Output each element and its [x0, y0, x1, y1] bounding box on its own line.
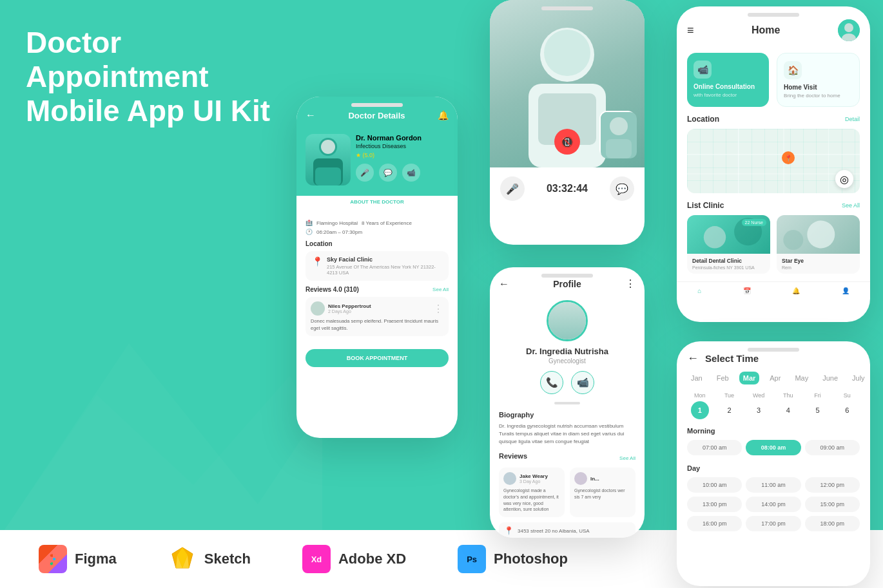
p5-month-may[interactable]: May — [791, 372, 812, 384]
svg-point-12 — [544, 30, 590, 76]
p2-video-area: 📵 — [490, 0, 645, 167]
svg-point-26 — [704, 226, 726, 248]
p5-time-1700[interactable]: 17:00 pm — [746, 516, 801, 531]
phone3-profile: ← Profile ⋮ Dr. Ingredia Nutrisha Gyneco… — [490, 267, 645, 538]
p3-review-items: Jake Weary 3 Day Ago Gynecologist made a… — [499, 468, 636, 517]
p5-day-title: Day — [677, 462, 870, 477]
p5-day-sat[interactable]: Su 6 — [834, 392, 860, 419]
p3-divider — [554, 402, 580, 404]
xd-icon: Xd — [302, 545, 331, 573]
p2-end-call-btn[interactable]: 📵 — [554, 129, 580, 155]
p2-bottom-controls: 🎤 03:32:44 💬 — [490, 167, 645, 210]
p3-reviews-header: Reviews See All — [499, 452, 636, 464]
p2-call-timer: 03:32:44 — [547, 183, 588, 194]
p5-time-1800[interactable]: 18:00 pm — [805, 516, 860, 531]
sketch-icon — [168, 545, 197, 573]
p5-month-jan[interactable]: Jan — [687, 372, 706, 384]
p2-mute-btn[interactable]: 🎤 — [500, 176, 525, 201]
p3-rev2-avatar — [574, 472, 587, 485]
p3-dots-icon[interactable]: ⋮ — [625, 278, 636, 290]
p5-morning-times: 07:00 am 08:00 am 09:00 am — [677, 440, 870, 462]
p2-chat-btn[interactable]: 💬 — [610, 176, 634, 201]
p1-review-dots[interactable]: ⋮ — [433, 303, 443, 315]
p3-rev1-avatar — [503, 472, 516, 485]
p5-morning-title: Morning — [677, 427, 870, 435]
p1-back-icon[interactable]: ← — [306, 109, 316, 121]
p5-month-feb[interactable]: Feb — [713, 372, 733, 384]
p1-header: ← Doctor Details 🔔 — [296, 97, 458, 129]
svg-point-28 — [807, 221, 835, 249]
p5-time-800[interactable]: 08:00 am — [746, 440, 801, 455]
p4-online-consult-card[interactable]: 📹 Online Consultation with favorite doct… — [687, 53, 769, 107]
figma-label: Figma — [75, 551, 117, 567]
p1-book-btn[interactable]: BOOK APPOINTMENT — [306, 349, 449, 367]
p4-clinic-card-2[interactable]: Star Eye Rem — [777, 215, 860, 274]
adobexd-tool: Xd Adobe XD — [302, 545, 406, 573]
p5-days: Mon 1 Tue 2 Wed 3 Thu 4 Fri 5 Su 6 — [677, 392, 870, 427]
p3-body: Biography Dr. Ingredia gynecologist nutr… — [490, 411, 645, 538]
p5-day-thu[interactable]: Thu 4 — [775, 392, 801, 419]
p5-month-apr[interactable]: Apr — [766, 372, 784, 384]
svg-point-19 — [844, 23, 853, 32]
title-area: Doctor Appointment Mobile App UI Kit — [26, 26, 296, 128]
p2-small-video — [599, 111, 636, 157]
p3-phone-btn[interactable]: 📞 — [540, 371, 563, 394]
phone5-select-time: ← Select Time Jan Feb Mar Apr May June J… — [677, 341, 870, 586]
p1-chat-btn[interactable]: 💬 — [379, 164, 397, 182]
p4-nav-calendar[interactable]: 📅 — [743, 287, 751, 294]
p5-time-1400[interactable]: 14:00 pm — [746, 497, 801, 512]
p5-day-mon[interactable]: Mon 1 — [687, 392, 713, 419]
p3-header: ← Profile ⋮ — [490, 267, 645, 296]
svg-point-16 — [610, 117, 628, 135]
p4-nav-bell[interactable]: 🔔 — [792, 287, 800, 294]
p4-nav-profile[interactable]: 👤 — [842, 287, 849, 294]
p5-time-1600[interactable]: 16:00 pm — [687, 516, 742, 531]
p4-location-header: Location Detail — [677, 115, 870, 129]
p5-day-fri[interactable]: Fri 5 — [805, 392, 831, 419]
p4-nav-home[interactable]: ⌂ — [697, 287, 701, 294]
p5-time-1000[interactable]: 10:00 am — [687, 477, 742, 493]
p5-time-1500[interactable]: 15:00 pm — [805, 497, 860, 512]
p1-bell-icon[interactable]: 🔔 — [438, 110, 449, 120]
p5-header: ← Select Time — [677, 341, 870, 372]
p5-time-1100[interactable]: 11:00 am — [746, 477, 801, 493]
p3-video-btn[interactable]: 📹 — [571, 371, 594, 394]
p5-month-june[interactable]: June — [819, 372, 842, 384]
p1-video-btn[interactable]: 📹 — [402, 164, 420, 182]
p5-time-1200[interactable]: 12:00 pm — [805, 477, 860, 493]
p5-time-1300[interactable]: 13:00 pm — [687, 497, 742, 512]
p5-day-wed[interactable]: Wed 3 — [746, 392, 771, 419]
p4-clinic2-image — [777, 215, 860, 254]
p1-about-btn[interactable]: ABOUT THE DOCTOR — [306, 196, 449, 208]
photoshop-tool: Ps Photoshop — [458, 545, 568, 573]
p4-home-icon: 🏠 — [784, 61, 802, 79]
p3-profile-section: Dr. Ingredia Nutrisha Gynecologist 📞 📹 — [490, 296, 645, 402]
p5-month-mar[interactable]: Mar — [739, 372, 760, 384]
sketch-tool: Sketch — [168, 545, 251, 573]
p4-user-avatar[interactable] — [838, 19, 860, 41]
p5-day-tue[interactable]: Tue 2 — [717, 392, 742, 419]
p4-map[interactable]: 📍 ◎ — [687, 129, 860, 193]
p5-months: Jan Feb Mar Apr May June July Aug — [677, 372, 870, 392]
p1-doctor-banner: Dr. Norman Gordon Infectious Diseases ★ … — [296, 129, 458, 196]
phone1-doctor-details: ← Doctor Details 🔔 Dr. Norman Gordon Inf… — [296, 97, 458, 438]
p1-location-card: 📍 Sky Facial Clinic 215 Avenue Of The Am… — [306, 251, 449, 281]
p4-header: ≡ Home — [677, 6, 870, 48]
p4-clinic-list: 22 Nurse Detail Dental Clinic Peninsula-… — [677, 215, 870, 281]
xd-label: Adobe XD — [338, 551, 406, 567]
p1-doctor-image — [306, 134, 351, 185]
p3-back-icon[interactable]: ← — [499, 278, 509, 290]
p1-doctor-info: Dr. Norman Gordon Infectious Diseases ★ … — [356, 134, 449, 182]
p4-target-btn[interactable]: ◎ — [835, 170, 853, 188]
p4-clinic-card-1[interactable]: 22 Nurse Detail Dental Clinic Peninsula-… — [687, 215, 770, 274]
svg-point-29 — [783, 230, 803, 250]
p5-time-900[interactable]: 09:00 am — [805, 440, 860, 455]
p4-menu-icon[interactable]: ≡ — [687, 24, 694, 37]
p1-hospital-row: 🏥 Flamingo Hospital 8 Years of Experienc… — [306, 220, 449, 226]
p4-home-visit-card[interactable]: 🏠 Home Visit Bring the doctor to home — [777, 53, 860, 107]
p5-back-icon[interactable]: ← — [687, 352, 699, 365]
p1-mic-btn[interactable]: 🎤 — [356, 164, 374, 182]
p5-month-july[interactable]: July — [848, 372, 869, 384]
p1-body: 🏥 Flamingo Hospital 8 Years of Experienc… — [296, 214, 458, 346]
p5-time-700[interactable]: 07:00 am — [687, 440, 742, 455]
